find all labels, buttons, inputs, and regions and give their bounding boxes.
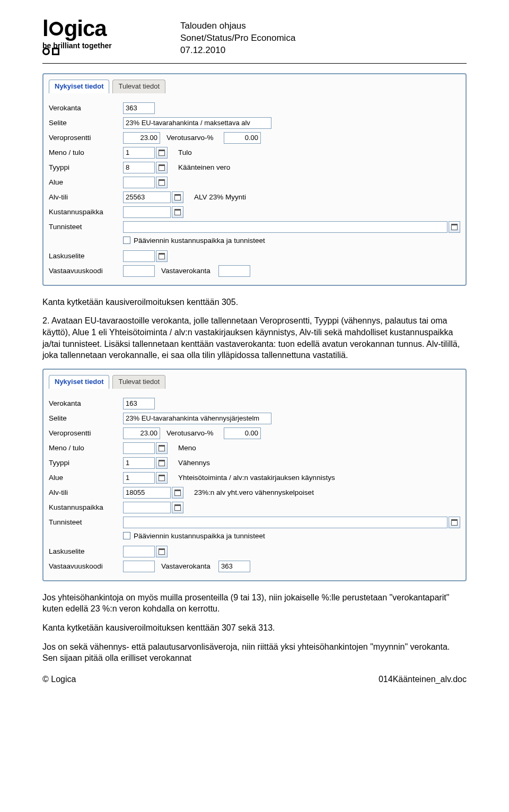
lbl-alue: Alue — [49, 474, 123, 482]
tyyppi-text: Vähennys — [178, 459, 210, 467]
picker-icon[interactable] — [156, 442, 168, 454]
menotulo-input[interactable] — [123, 147, 155, 159]
paaviennin-label: Pääviennin kustannuspaikka ja tunnisteet — [134, 532, 265, 540]
lbl-tyyppi: Tyyppi — [49, 459, 123, 467]
form-panel-2: Nykyiset tiedot Tulevat tiedot Verokanta… — [42, 369, 467, 581]
tyyppi-text: Käänteinen vero — [178, 163, 230, 171]
menotulo-text: Tulo — [178, 149, 192, 156]
lbl-kustannuspaikka: Kustannuspaikka — [49, 503, 123, 511]
vastaverokanta-input[interactable] — [218, 265, 250, 277]
selite-input[interactable] — [123, 413, 271, 424]
verokanta-input[interactable] — [123, 398, 155, 409]
tab-nykyiset[interactable]: Nykyiset tiedot — [49, 375, 109, 389]
meta-line-2: Sonet/Status/Pro Economica — [180, 32, 295, 45]
lbl-vastaavuuskoodi: Vastaavuuskoodi — [49, 562, 123, 570]
picker-icon[interactable] — [156, 147, 168, 159]
picker-icon[interactable] — [156, 177, 168, 188]
alue-input[interactable] — [123, 177, 155, 188]
veroprosentti-input[interactable] — [123, 427, 160, 439]
alvtili-input[interactable] — [123, 487, 171, 499]
picker-icon[interactable] — [156, 250, 168, 262]
alue-input[interactable] — [123, 472, 155, 484]
lbl-tyyppi: Tyyppi — [49, 163, 123, 171]
alue-text: Yhteisötoiminta / alv:n vastakirjauksen … — [178, 474, 335, 482]
lbl-selite: Selite — [49, 119, 123, 127]
verotusarvo-input[interactable] — [224, 132, 261, 144]
kustannuspaikka-input[interactable] — [123, 502, 171, 513]
lbl-verotusarvo: Verotusarvo-% — [160, 134, 224, 142]
selite-input[interactable] — [123, 117, 271, 129]
lbl-verokanta: Verokanta — [49, 399, 123, 407]
tab-nykyiset[interactable]: Nykyiset tiedot — [49, 80, 109, 93]
lbl-verotusarvo: Verotusarvo-% — [160, 429, 224, 437]
lbl-tunnisteet: Tunnisteet — [49, 518, 123, 526]
tunnisteet-input[interactable] — [123, 221, 447, 233]
lbl-kustannuspaikka: Kustannuspaikka — [49, 208, 123, 216]
footer-left: © Logica — [42, 675, 76, 684]
para-2: 2. Avataan EU-tavaraostoille verokanta, … — [42, 315, 467, 361]
lbl-vastaverokanta: Vastaverokanta — [155, 267, 218, 275]
para-5: Jos on sekä vähennys- että palautusarvon… — [42, 641, 467, 664]
lbl-menotulo: Meno / tulo — [49, 444, 123, 452]
lbl-selite: Selite — [49, 414, 123, 422]
picker-icon[interactable] — [156, 457, 168, 469]
picker-icon[interactable] — [172, 487, 183, 499]
form-panel-1: Nykyiset tiedot Tulevat tiedot Verokanta… — [42, 73, 467, 286]
lbl-alue: Alue — [49, 178, 123, 186]
picker-icon[interactable] — [172, 206, 183, 218]
laskuselite-input[interactable] — [123, 546, 155, 557]
verotusarvo-input[interactable] — [224, 427, 261, 439]
paaviennin-checkbox[interactable] — [123, 532, 130, 539]
header-rule — [42, 63, 467, 64]
lbl-menotulo: Meno / tulo — [49, 149, 123, 156]
tyyppi-input[interactable] — [123, 457, 155, 469]
vastaavuuskoodi-input[interactable] — [123, 561, 155, 572]
vastaavuuskoodi-input[interactable] — [123, 265, 155, 277]
alvtili-text: 23%:n alv yht.vero vähennyskelpoiset — [194, 488, 314, 496]
para-3: Jos yhteisöhankintoja on myös muilla pro… — [42, 592, 467, 615]
meta-line-1: Talouden ohjaus — [180, 20, 295, 32]
alvtili-text: ALV 23% Myynti — [194, 193, 246, 201]
tunnisteet-input[interactable] — [123, 517, 447, 528]
lbl-tunnisteet: Tunnisteet — [49, 223, 123, 231]
picker-icon[interactable] — [156, 162, 168, 173]
vastaverokanta-input[interactable] — [218, 561, 250, 572]
lbl-laskuselite: Laskuselite — [49, 547, 123, 555]
lbl-vastaavuuskoodi: Vastaavuuskoodi — [49, 267, 123, 275]
laskuselite-input[interactable] — [123, 250, 155, 262]
picker-icon[interactable] — [156, 472, 168, 484]
lbl-vastaverokanta: Vastaverokanta — [155, 562, 218, 570]
lbl-veroprosentti: Veroprosentti — [49, 134, 123, 142]
verokanta-input[interactable] — [123, 102, 155, 114]
lbl-alvtili: Alv-tili — [49, 193, 123, 201]
paaviennin-label: Pääviennin kustannuspaikka ja tunnisteet — [134, 237, 265, 245]
veroprosentti-input[interactable] — [123, 132, 160, 144]
tab-tulevat[interactable]: Tulevat tiedot — [112, 375, 165, 389]
picker-icon[interactable] — [449, 517, 460, 528]
tyyppi-input[interactable] — [123, 162, 155, 173]
menotulo-input[interactable] — [123, 442, 155, 454]
lbl-alvtili: Alv-tili — [49, 488, 123, 496]
picker-icon[interactable] — [172, 191, 183, 203]
doc-meta: Talouden ohjaus Sonet/Status/Pro Economi… — [180, 16, 295, 57]
picker-icon[interactable] — [156, 546, 168, 557]
lbl-laskuselite: Laskuselite — [49, 252, 123, 260]
paaviennin-checkbox[interactable] — [123, 237, 130, 244]
lbl-verokanta: Verokanta — [49, 104, 123, 112]
picker-icon[interactable] — [449, 221, 460, 233]
logo: lgica be brilliant together — [42, 16, 159, 55]
footer-right: 014Käänteinen_alv.doc — [379, 675, 467, 684]
picker-icon[interactable] — [172, 502, 183, 513]
tab-tulevat[interactable]: Tulevat tiedot — [112, 80, 165, 93]
para-4: Kanta kytketään kausiveroilmoituksen ken… — [42, 622, 467, 634]
meta-line-3: 07.12.2010 — [180, 45, 295, 57]
kustannuspaikka-input[interactable] — [123, 206, 171, 218]
menotulo-text: Meno — [178, 444, 196, 452]
para-1: Kanta kytketään kausiveroilmoituksen ken… — [42, 296, 467, 308]
lbl-veroprosentti: Veroprosentti — [49, 429, 123, 437]
alvtili-input[interactable] — [123, 191, 171, 203]
